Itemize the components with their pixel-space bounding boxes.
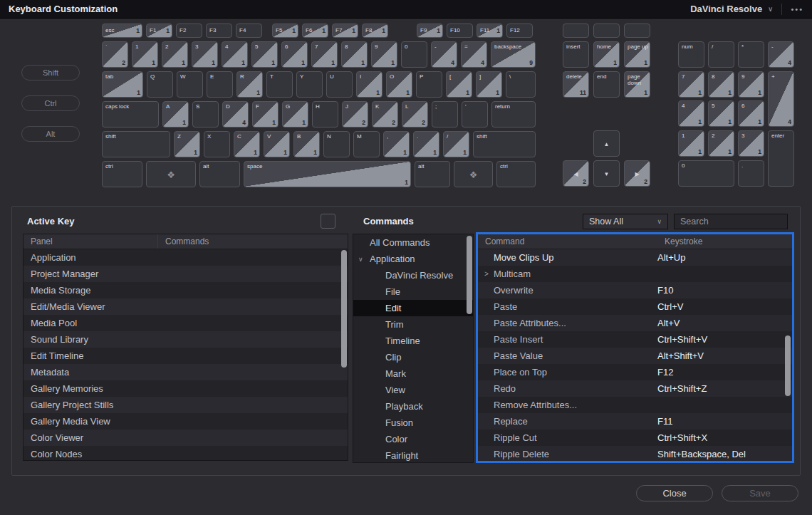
key-e[interactable]: E	[207, 71, 233, 98]
key-b[interactable]: B1	[293, 131, 320, 157]
key-key[interactable]: .1	[413, 131, 439, 157]
key-n[interactable]: N	[323, 131, 350, 157]
tree-item-playback[interactable]: Playback	[353, 398, 473, 415]
command-row-move-clips-up[interactable]: Move Clips UpAlt+Up	[478, 249, 792, 266]
key-alt[interactable]: alt	[199, 161, 240, 187]
command-table-scrollbar[interactable]	[785, 335, 791, 396]
key-key[interactable]: '	[462, 101, 488, 128]
chevron-collapsed-icon[interactable]: >	[484, 270, 489, 278]
key-6[interactable]: 61	[738, 100, 764, 127]
panel-row-media-pool[interactable]: Media Pool	[24, 315, 348, 331]
key-key[interactable]: .	[738, 160, 764, 187]
key-up-arrow[interactable]: ▲	[593, 130, 620, 157]
key-h[interactable]: H	[312, 101, 338, 128]
key-ctrl[interactable]: ctrl	[102, 161, 142, 187]
key-s[interactable]: S	[192, 101, 219, 128]
tree-item-file[interactable]: File	[353, 283, 473, 300]
key-ctrl[interactable]: ctrl	[496, 161, 536, 187]
key-blank[interactable]	[593, 24, 620, 38]
key-4[interactable]: 41	[678, 100, 704, 127]
command-row-remove-attributes[interactable]: Remove Attributes...	[478, 397, 792, 413]
key-7[interactable]: 71	[311, 41, 338, 68]
key-alt[interactable]: alt	[415, 161, 450, 187]
command-row-overwrite[interactable]: OverwriteF10	[478, 282, 792, 298]
key-j[interactable]: J2	[342, 101, 368, 128]
active-key-checkbox[interactable]	[321, 214, 335, 229]
key-q[interactable]: Q	[147, 71, 173, 98]
commands-tree-scrollbar[interactable]	[467, 236, 472, 314]
key-7[interactable]: 71	[678, 71, 704, 98]
key-space[interactable]: space1	[244, 161, 411, 187]
key-meta[interactable]: ❖	[146, 161, 196, 187]
key-key[interactable]: -4	[768, 41, 794, 68]
key-key[interactable]: /1	[443, 131, 469, 157]
key-0[interactable]: 0	[678, 160, 734, 187]
close-button[interactable]: Close	[636, 485, 713, 501]
command-row-paste-attributes[interactable]: Paste Attributes...Alt+V	[478, 315, 792, 331]
panel-row-color-nodes[interactable]: Color Nodes	[24, 446, 348, 461]
command-row-redo[interactable]: RedoCtrl+Shift+Z	[478, 380, 792, 397]
column-header-commands[interactable]: Commands	[158, 236, 209, 246]
key-5[interactable]: 51	[708, 100, 734, 127]
tree-item-color[interactable]: Color	[353, 431, 473, 447]
key-x[interactable]: X	[204, 131, 230, 157]
key-end[interactable]: end	[593, 71, 620, 98]
key-f6[interactable]: F61	[302, 24, 328, 38]
key-1[interactable]: 11	[132, 41, 158, 68]
panel-row-metadata[interactable]: Metadata	[24, 364, 348, 380]
key-3[interactable]: 31	[192, 41, 218, 68]
key-key[interactable]: +4	[768, 71, 794, 127]
command-row-ripple-delete[interactable]: Ripple DeleteShift+Backspace, Del	[478, 446, 792, 462]
key-key[interactable]: ]1	[476, 71, 502, 98]
key-2[interactable]: 21	[708, 130, 734, 157]
key-8[interactable]: 81	[708, 71, 734, 98]
command-row-paste[interactable]: PasteCtrl+V	[478, 298, 792, 315]
modifier-pill-alt[interactable]: Alt	[21, 126, 80, 142]
key-page-down[interactable]: page down1	[624, 71, 650, 98]
key-f10[interactable]: F10	[447, 24, 473, 38]
key-key[interactable]: /	[708, 41, 734, 68]
key-key[interactable]: ,1	[383, 131, 410, 157]
key-blank[interactable]	[624, 24, 650, 38]
tree-item-davinci-resolve[interactable]: DaVinci Resolve	[353, 267, 473, 283]
chevron-expanded-icon[interactable]: ∨	[358, 256, 363, 263]
key-y[interactable]: Y	[296, 71, 323, 98]
key-backspace[interactable]: backspace9	[491, 41, 536, 68]
panel-row-sound-library[interactable]: Sound Library	[24, 331, 348, 348]
tree-item-application[interactable]: ∨Application	[353, 251, 473, 267]
panel-row-media-storage[interactable]: Media Storage	[24, 282, 348, 298]
key-m[interactable]: M	[353, 131, 380, 157]
key-6[interactable]: 61	[281, 41, 308, 68]
tree-item-trim[interactable]: Trim	[353, 316, 473, 333]
key-down-arrow[interactable]: ▼	[593, 160, 620, 187]
key-p[interactable]: P	[416, 71, 442, 98]
key-3[interactable]: 31	[738, 130, 764, 157]
chevron-down-icon[interactable]: ∨	[768, 5, 773, 13]
key-a[interactable]: A1	[162, 101, 189, 128]
panel-row-gallery-project-stills[interactable]: Gallery Project Stills	[24, 397, 348, 413]
key-g[interactable]: G1	[282, 101, 308, 128]
column-header-command[interactable]: Command	[478, 236, 524, 246]
key-l[interactable]: L2	[402, 101, 428, 128]
tree-item-clip[interactable]: Clip	[353, 349, 473, 365]
tree-item-fusion[interactable]: Fusion	[353, 415, 473, 431]
key-key[interactable]: \	[506, 71, 536, 98]
key-w[interactable]: W	[177, 71, 203, 98]
active-key-scrollbar[interactable]	[341, 250, 347, 368]
key-r[interactable]: R1	[236, 71, 263, 98]
modifier-pill-shift[interactable]: Shift	[21, 65, 80, 80]
key-key[interactable]: [1	[446, 71, 472, 98]
command-row-replace[interactable]: ReplaceF11	[478, 413, 792, 430]
save-button[interactable]: Save	[722, 485, 798, 501]
key-key[interactable]: -4	[431, 41, 457, 68]
key-f5[interactable]: F51	[272, 24, 298, 38]
key-z[interactable]: Z1	[174, 131, 200, 157]
key-f8[interactable]: F81	[362, 24, 388, 38]
key-key[interactable]: *	[738, 41, 764, 68]
show-all-dropdown[interactable]: Show All ∨	[583, 214, 668, 229]
key-delete[interactable]: delete11	[563, 71, 589, 98]
key-f9[interactable]: F91	[417, 24, 443, 38]
tree-item-all-commands[interactable]: All Commands	[353, 234, 473, 251]
key-f3[interactable]: F3	[206, 24, 232, 38]
key-4[interactable]: 41	[222, 41, 248, 68]
